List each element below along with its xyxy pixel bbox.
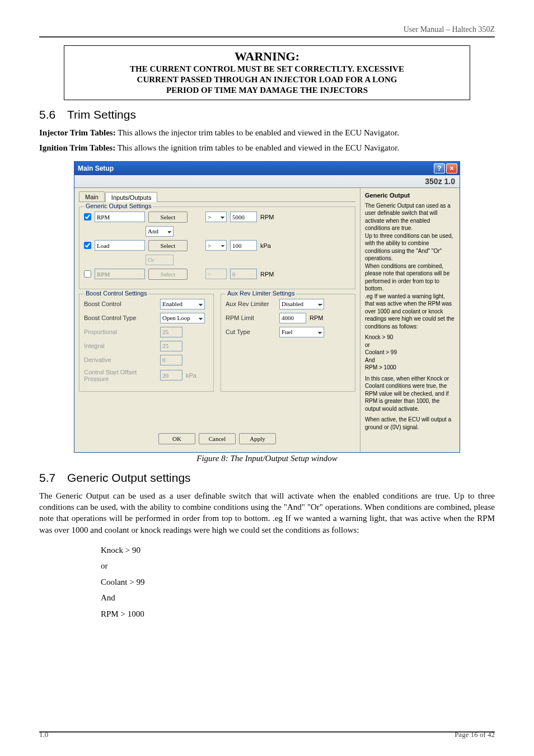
condition-block: Knock > 90 or Coolant > 99 And RPM > 100… bbox=[101, 542, 495, 622]
cond-rpm: RPM > 1000 bbox=[101, 606, 495, 622]
injector-trim-para: Injector Trim Tables: This allows the in… bbox=[39, 127, 495, 138]
gos-row-2: Select > kPa bbox=[84, 240, 350, 251]
help-p3: When conditions are combined, please not… bbox=[365, 262, 455, 293]
generic-output-settings-group: Generic Output Settings Select > RPM And bbox=[79, 206, 355, 289]
tab-bar: Main Inputs/Outputs bbox=[79, 191, 355, 202]
gos-row2-select-button[interactable]: Select bbox=[148, 240, 188, 251]
gos-logic1-select[interactable]: And bbox=[146, 226, 174, 237]
gos-row3-select-button: Select bbox=[148, 269, 188, 280]
rpm-limit-unit: RPM bbox=[310, 314, 323, 321]
gos-row2-name[interactable] bbox=[95, 240, 145, 251]
gos-row3-checkbox[interactable] bbox=[84, 270, 91, 278]
arl-field-label: Aux Rev Limiter bbox=[226, 300, 276, 307]
gos-row2-operator[interactable]: > bbox=[205, 240, 227, 251]
boost-control-select[interactable]: Enabled bbox=[160, 299, 205, 309]
ignition-trim-text: This allows the ignition trim tables to … bbox=[115, 143, 399, 152]
gos-label: Generic Output Settings bbox=[84, 203, 153, 209]
cond-or: or bbox=[101, 558, 495, 574]
gos-row1-operator[interactable]: > bbox=[205, 212, 227, 222]
warning-line1: THE CURRENT CONTROL MUST BE SET CORRECTL… bbox=[130, 64, 404, 73]
warning-title: WARNING: bbox=[70, 49, 464, 64]
cond-and: And bbox=[101, 590, 495, 606]
help-c2: or bbox=[365, 341, 455, 349]
section-5-7-heading: 5.7Generic Output settings bbox=[39, 471, 495, 485]
gos-row1-name[interactable] bbox=[95, 212, 145, 222]
cut-type-label: Cut Type bbox=[226, 328, 276, 335]
apply-button[interactable]: Apply bbox=[239, 433, 276, 444]
figure-caption: Figure 8: The Input/Output Setup window bbox=[39, 454, 495, 463]
sec57-para: The Generic Output can be used as a user… bbox=[39, 490, 495, 536]
version-banner: 350z 1.0 bbox=[74, 175, 460, 188]
dialog-button-bar: OK Cancel Apply bbox=[79, 430, 355, 448]
cancel-button[interactable]: Cancel bbox=[199, 433, 236, 444]
header-divider bbox=[39, 36, 495, 37]
window-title: Main Setup bbox=[78, 165, 433, 172]
boost-type-select[interactable]: Open Loop bbox=[160, 313, 205, 323]
gos-logic2-select: Or bbox=[146, 255, 174, 265]
gos-row2-unit: kPa bbox=[260, 242, 271, 249]
ok-button[interactable]: OK bbox=[158, 433, 195, 444]
main-setup-dialog: Main Setup ? × 350z 1.0 Main Inputs/Outp… bbox=[74, 161, 460, 453]
warning-line3: PERIOD OF TIME MAY DAMAGE THE INJECTORS bbox=[166, 86, 368, 95]
ignition-trim-para: Ignition Trim Tables: This allows the ig… bbox=[39, 142, 495, 153]
arl-select[interactable]: Disabled bbox=[279, 299, 324, 309]
boost-type-label: Boost Control Type bbox=[84, 314, 157, 321]
gos-row1-select-button[interactable]: Select bbox=[148, 212, 188, 223]
bcs-label: Boost Control Settings bbox=[84, 290, 148, 297]
derivative-label: Derivative bbox=[84, 356, 157, 363]
sec57-p1a: The Generic Output can be used as bbox=[39, 491, 170, 500]
help-p2: Up to three conditions can be used, with… bbox=[365, 232, 455, 262]
page-header-right: User Manual – Haltech 350Z bbox=[39, 25, 495, 36]
gos-row3-value bbox=[230, 269, 257, 279]
rpm-limit-field[interactable] bbox=[279, 313, 306, 323]
tab-inputs-outputs[interactable]: Inputs/Outputs bbox=[105, 192, 158, 202]
help-c1: Knock > 90 bbox=[365, 334, 455, 341]
titlebar[interactable]: Main Setup ? × bbox=[74, 162, 460, 175]
rpm-limit-label: RPM Limit bbox=[226, 314, 276, 321]
section-5-6-num: 5.6 bbox=[39, 108, 67, 121]
section-5-6-title: Trim Settings bbox=[67, 108, 136, 121]
page-footer: 1.0 Page 16 of 42 bbox=[39, 730, 495, 739]
section-5-7-num: 5.7 bbox=[39, 471, 67, 485]
help-c4: And bbox=[365, 356, 455, 364]
gos-row1-unit: RPM bbox=[260, 214, 274, 220]
gos-row-3: Select > RPM bbox=[84, 269, 350, 280]
warning-body: THE CURRENT CONTROL MUST BE SET CORRECTL… bbox=[70, 64, 464, 95]
gos-row2-checkbox[interactable] bbox=[84, 242, 91, 249]
gos-logic-1: And bbox=[84, 226, 350, 237]
proportional-label: Proportional bbox=[84, 328, 157, 335]
ignition-trim-label: Ignition Trim Tables: bbox=[39, 143, 115, 152]
titlebar-help-button[interactable]: ? bbox=[434, 163, 445, 173]
help-p5: In this case, when either Knock or Coola… bbox=[365, 375, 455, 413]
gos-row2-value[interactable] bbox=[230, 240, 257, 251]
titlebar-close-button[interactable]: × bbox=[446, 163, 457, 173]
gos-row3-unit: RPM bbox=[260, 271, 274, 278]
help-header: Generic Output bbox=[365, 191, 455, 200]
derivative-field bbox=[160, 355, 182, 365]
injector-trim-text: This allows the injector trim tables to … bbox=[116, 128, 399, 137]
aux-rev-limiter-group: Aux Rev Limiter Settings Aux Rev Limiter… bbox=[221, 294, 355, 392]
gos-row3-name bbox=[95, 269, 145, 279]
gos-row1-checkbox[interactable] bbox=[84, 213, 91, 220]
gos-row-1: Select > RPM bbox=[84, 212, 350, 223]
arl-label: Aux Rev Limiter Settings bbox=[226, 290, 296, 297]
help-panel: Generic Output The Generic Output can us… bbox=[360, 188, 460, 452]
injector-trim-label: Injector Trim Tables: bbox=[39, 128, 116, 137]
cut-type-select[interactable]: Fuel bbox=[279, 327, 324, 337]
csop-unit: kPa bbox=[186, 372, 196, 379]
warning-line2: CURRENT PASSED THROUGH AN INJECTOR LOAD … bbox=[137, 75, 397, 84]
warning-box: WARNING: THE CURRENT CONTROL MUST BE SET… bbox=[64, 45, 470, 100]
help-c3: Coolant > 99 bbox=[365, 349, 455, 356]
tab-main[interactable]: Main bbox=[79, 191, 105, 201]
cond-knock: Knock > 90 bbox=[101, 542, 495, 558]
boost-control-label: Boost Control bbox=[84, 300, 157, 307]
help-p1: The Generic Output can used as a user de… bbox=[365, 202, 455, 232]
section-5-6-heading: 5.6Trim Settings bbox=[39, 108, 495, 121]
cond-coolant: Coolant > 99 bbox=[101, 574, 495, 590]
section-5-7-title: Generic Output settings bbox=[67, 471, 191, 484]
gos-row1-value[interactable] bbox=[230, 212, 257, 222]
sec57-p1b: a bbox=[170, 491, 177, 500]
integral-field bbox=[160, 341, 182, 351]
gos-logic-2: Or bbox=[84, 255, 350, 265]
csop-field bbox=[160, 370, 182, 381]
